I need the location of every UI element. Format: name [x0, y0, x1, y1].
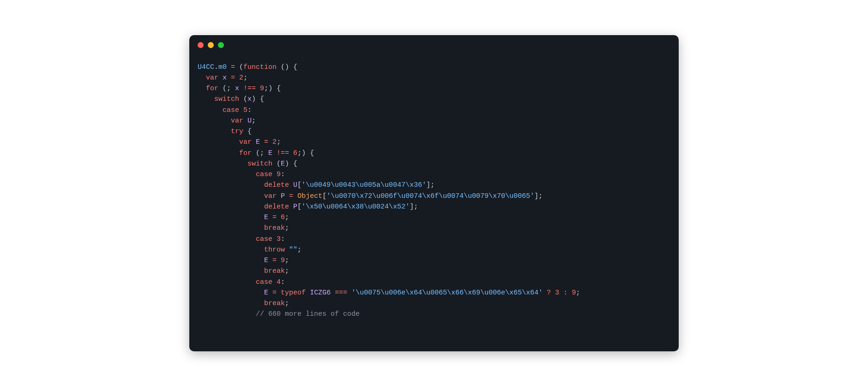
code-line: case 5: [198, 105, 670, 116]
code-token: delete [264, 181, 289, 189]
code-token: var [231, 117, 243, 125]
code-token: P [293, 203, 297, 211]
code-token: U4CC [198, 63, 214, 71]
minimize-icon[interactable] [208, 42, 214, 48]
code-token [306, 289, 310, 297]
close-icon[interactable] [198, 42, 204, 48]
code-token: = [289, 192, 293, 200]
code-token: var [264, 192, 277, 200]
code-token: E [264, 257, 268, 264]
code-token [277, 289, 281, 297]
code-line: break; [198, 223, 670, 233]
code-token: 4 [277, 278, 281, 286]
code-token: 5 [243, 106, 247, 114]
code-token: try [231, 128, 243, 135]
code-token: U [293, 181, 297, 189]
code-token: = [272, 289, 277, 297]
maximize-icon[interactable] [218, 42, 224, 48]
code-token [256, 85, 260, 92]
code-token: x [247, 95, 252, 103]
code-token: ( [272, 160, 281, 168]
code-token [268, 289, 272, 297]
code-token [285, 246, 289, 254]
code-token: '\u0049\u0043\u005a\u0047\x36' [301, 181, 426, 189]
code-token: = [231, 74, 235, 82]
code-token: switch [247, 160, 272, 168]
code-token: ( [239, 95, 247, 103]
code-token: !== [243, 85, 256, 92]
code-line: break; [198, 298, 670, 309]
code-token: ICZG6 [310, 289, 331, 297]
code-token [268, 138, 272, 146]
code-token: ? [547, 289, 551, 297]
code-token: 3 [277, 235, 281, 243]
code-token: case [256, 278, 272, 286]
code-token: ]; [410, 203, 418, 211]
code-token: ]; [426, 181, 434, 189]
code-token: ; [285, 257, 289, 264]
code-token: case [256, 171, 272, 178]
code-token: === [335, 289, 347, 297]
code-token: E [256, 138, 260, 146]
code-token [285, 192, 289, 200]
code-token: 2 [272, 138, 277, 146]
code-token: ; [252, 117, 256, 125]
code-token: ) { [285, 160, 297, 168]
code-token: ) { [252, 95, 264, 103]
code-token: () { [277, 63, 297, 71]
code-token [272, 278, 277, 286]
code-token: : [247, 106, 252, 114]
code-token: (; [252, 149, 268, 157]
code-token: : [281, 235, 285, 243]
code-token: for [239, 149, 252, 157]
code-token: ( [235, 63, 243, 71]
code-token: . [214, 63, 218, 71]
code-token: ;) { [297, 149, 314, 157]
code-editor: U4CC.m0 = (function () { var x = 2; for … [189, 55, 679, 351]
code-token: function [243, 63, 277, 71]
code-line: var P = Object['\u0070\x72\u006f\u0074\x… [198, 191, 670, 202]
code-token: U [247, 117, 252, 125]
code-token: ; [285, 224, 289, 232]
code-token: { [243, 128, 252, 135]
code-line: var U; [198, 116, 670, 126]
code-token [289, 181, 293, 189]
code-token: ; [243, 74, 247, 82]
code-window: U4CC.m0 = (function () { var x = 2; for … [189, 35, 679, 351]
code-token: E [268, 149, 272, 157]
code-token: = [272, 214, 277, 221]
code-token: ; [576, 289, 580, 297]
code-token [252, 138, 256, 146]
code-token: 2 [239, 74, 243, 82]
code-token: [ [297, 203, 301, 211]
code-token: = [264, 138, 268, 146]
code-token: E [281, 160, 285, 168]
code-token: E [264, 289, 268, 297]
code-token: ]; [534, 192, 542, 200]
code-token: = [231, 63, 235, 71]
code-token: 9 [260, 85, 264, 92]
code-token: 9 [281, 257, 285, 264]
code-line: case 9: [198, 169, 670, 180]
code-token [277, 257, 281, 264]
code-token: !== [277, 149, 289, 157]
code-token: ; [277, 138, 281, 146]
code-token [272, 171, 277, 178]
code-token: case [223, 106, 239, 114]
code-token [272, 235, 277, 243]
code-token [289, 149, 293, 157]
code-token: switch [214, 95, 239, 103]
code-line: switch (x) { [198, 94, 670, 104]
code-token: x [235, 85, 239, 92]
code-token: ; [285, 214, 289, 221]
code-line: for (; x !== 9;) { [198, 83, 670, 94]
code-token: Object [297, 192, 322, 200]
code-line: for (; E !== 6;) { [198, 148, 670, 159]
code-token: break [264, 300, 285, 307]
code-token: : [563, 289, 567, 297]
window-titlebar [189, 35, 679, 55]
code-line: E = 6; [198, 212, 670, 223]
code-token [239, 106, 243, 114]
code-token: : [281, 278, 285, 286]
code-line: switch (E) { [198, 159, 670, 169]
